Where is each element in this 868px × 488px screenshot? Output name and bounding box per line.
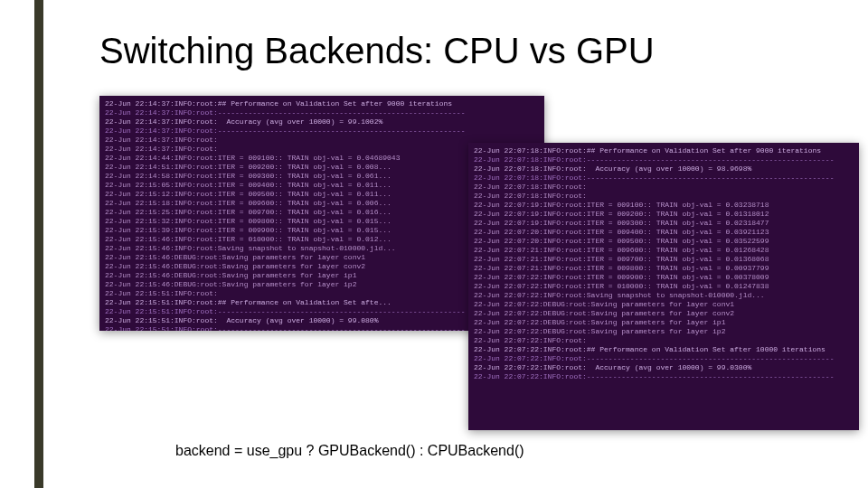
terminal-line: 22-Jun 22:14:37:INFO:root:## Performance… bbox=[105, 99, 539, 108]
terminal-line: 22-Jun 22:07:18:INFO:root:--------------… bbox=[474, 155, 854, 164]
terminal-line: 22-Jun 22:07:22:INFO:root:## Performance… bbox=[474, 345, 854, 354]
slide: Switching Backends: CPU vs GPU 22-Jun 22… bbox=[0, 0, 868, 488]
terminal-line: 22-Jun 22:07:21:INFO:root:ITER = 009800:… bbox=[474, 264, 854, 273]
terminal-line: 22-Jun 22:07:18:INFO:root: Accuracy (avg… bbox=[474, 164, 854, 174]
terminal-line: 22-Jun 22:07:22:INFO:root:ITER = 010000:… bbox=[474, 282, 854, 291]
terminal-line: 22-Jun 22:07:22:INFO:root:Saving snapsho… bbox=[474, 291, 854, 300]
terminal-line: 22-Jun 22:07:19:INFO:root:ITER = 009300:… bbox=[474, 219, 854, 228]
terminal-line: 22-Jun 22:07:19:INFO:root:ITER = 009200:… bbox=[474, 210, 854, 219]
terminal-line: 22-Jun 22:07:22:INFO:root: Accuracy (avg… bbox=[474, 363, 854, 372]
terminal-line: 22-Jun 22:07:20:INFO:root:ITER = 009400:… bbox=[474, 228, 854, 237]
terminal-line: 22-Jun 22:07:21:INFO:root:ITER = 009700:… bbox=[474, 255, 854, 264]
terminal-line: 22-Jun 22:07:22:DEBUG:root:Saving parame… bbox=[474, 300, 854, 309]
terminal-line: 22-Jun 22:07:22:INFO:root:--------------… bbox=[474, 354, 854, 363]
code-line: backend = use_gpu ? GPUBackend() : CPUBa… bbox=[175, 443, 524, 459]
terminal-line: 22-Jun 22:07:21:INFO:root:ITER = 009600:… bbox=[474, 246, 854, 255]
terminal-line: 22-Jun 22:07:18:INFO:root:## Performance… bbox=[474, 146, 854, 155]
terminal-right: 22-Jun 22:07:18:INFO:root:## Performance… bbox=[468, 143, 859, 430]
accent-bar bbox=[34, 0, 43, 488]
terminal-line: 22-Jun 22:07:22:INFO:root:--------------… bbox=[474, 372, 854, 381]
terminal-line: 22-Jun 22:07:18:INFO:root:--------------… bbox=[474, 174, 854, 183]
terminal-line: 22-Jun 22:14:37:INFO:root:--------------… bbox=[105, 127, 539, 136]
terminal-line: 22-Jun 22:07:18:INFO:root: bbox=[474, 192, 854, 201]
terminal-line: 22-Jun 22:07:22:DEBUG:root:Saving parame… bbox=[474, 318, 854, 327]
terminal-line: 22-Jun 22:07:18:INFO:root: bbox=[474, 183, 854, 192]
terminal-line: 22-Jun 22:07:20:INFO:root:ITER = 009500:… bbox=[474, 237, 854, 246]
terminal-line: 22-Jun 22:14:37:INFO:root:--------------… bbox=[105, 108, 539, 117]
terminal-line: 22-Jun 22:14:37:INFO:root: Accuracy (avg… bbox=[105, 117, 539, 127]
terminal-line: 22-Jun 22:07:22:DEBUG:root:Saving parame… bbox=[474, 309, 854, 318]
terminal-line: 22-Jun 22:07:22:INFO:root:ITER = 009900:… bbox=[474, 273, 854, 282]
terminal-line: 22-Jun 22:07:19:INFO:root:ITER = 009100:… bbox=[474, 201, 854, 210]
terminal-line: 22-Jun 22:07:22:INFO:root: bbox=[474, 336, 854, 345]
terminal-line: 22-Jun 22:07:22:DEBUG:root:Saving parame… bbox=[474, 327, 854, 336]
slide-title: Switching Backends: CPU vs GPU bbox=[99, 31, 655, 71]
